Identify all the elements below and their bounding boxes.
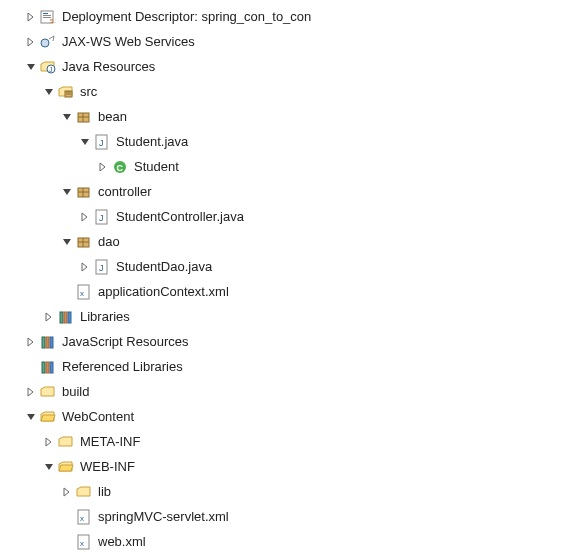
svg-text:5.1: 5.1 [50,18,56,24]
expand-arrow-icon[interactable] [94,158,112,176]
tree-node-web-inf[interactable]: WEB-INF [0,454,575,479]
tree-node-bean[interactable]: bean [0,104,575,129]
node-label: Java Resources [60,58,157,75]
source-folder-icon [58,84,74,100]
tree-node-deployment-descriptor[interactable]: 5.1 Deployment Descriptor: spring_con_to… [0,4,575,29]
tree-node-libraries[interactable]: Libraries [0,304,575,329]
svg-rect-36 [42,362,45,373]
java-resources-icon: J [40,59,56,75]
node-label: Referenced Libraries [60,358,185,375]
tree-node-spring-mvc-servlet-xml[interactable]: x springMVC-servlet.xml [0,504,575,529]
collapse-arrow-icon[interactable] [76,133,94,151]
expand-arrow-icon[interactable] [40,433,58,451]
expand-arrow-icon[interactable] [40,308,58,326]
node-label: bean [96,108,129,125]
svg-rect-1 [43,13,48,14]
folder-icon [58,434,74,450]
node-label: dao [96,233,122,250]
node-label: StudentController.java [114,208,246,225]
svg-rect-38 [50,362,53,373]
folder-icon [40,384,56,400]
svg-text:x: x [80,539,84,548]
collapse-arrow-icon[interactable] [40,83,58,101]
tree-node-src[interactable]: src [0,79,575,104]
node-label: Student.java [114,133,190,150]
tree-node-build[interactable]: build [0,379,575,404]
node-label: web.xml [96,533,148,550]
node-label: build [60,383,91,400]
svg-text:J: J [99,138,104,148]
tree-node-dao[interactable]: dao [0,229,575,254]
node-label: Student [132,158,181,175]
java-file-icon: J [94,259,110,275]
xml-file-icon: x [76,509,92,525]
package-icon [76,234,92,250]
deployment-descriptor-icon: 5.1 [40,9,56,25]
svg-text:J: J [49,66,53,73]
class-icon: C [112,159,128,175]
node-label: META-INF [78,433,142,450]
collapse-arrow-icon[interactable] [58,108,76,126]
expand-arrow-icon[interactable] [58,483,76,501]
svg-rect-37 [46,362,49,373]
node-label: applicationContext.xml [96,283,231,300]
svg-text:J: J [99,213,104,223]
tree-node-student-class[interactable]: C Student [0,154,575,179]
expand-arrow-icon[interactable] [76,258,94,276]
tree-node-java-resources[interactable]: J Java Resources [0,54,575,79]
tree-node-meta-inf[interactable]: META-INF [0,429,575,454]
expand-arrow-icon[interactable] [22,333,40,351]
node-label: WebContent [60,408,136,425]
collapse-arrow-icon[interactable] [58,183,76,201]
svg-rect-30 [60,312,63,323]
expand-arrow-icon[interactable] [22,8,40,26]
tree-node-referenced-libraries[interactable]: Referenced Libraries [0,354,575,379]
svg-rect-34 [46,337,49,348]
xml-file-icon: x [76,534,92,550]
collapse-arrow-icon[interactable] [58,233,76,251]
tree-node-student-dao-java[interactable]: J StudentDao.java [0,254,575,279]
java-file-icon: J [94,134,110,150]
node-label: JAX-WS Web Services [60,33,197,50]
collapse-arrow-icon[interactable] [40,458,58,476]
svg-rect-31 [64,312,67,323]
collapse-arrow-icon[interactable] [22,58,40,76]
tree-node-webcontent[interactable]: WebContent [0,404,575,429]
svg-text:x: x [80,514,84,523]
tree-node-application-context-xml[interactable]: x applicationContext.xml [0,279,575,304]
collapse-arrow-icon[interactable] [22,408,40,426]
svg-rect-32 [68,312,71,323]
tree-node-jaxws[interactable]: JAX-WS Web Services [0,29,575,54]
node-label: WEB-INF [78,458,137,475]
svg-rect-2 [43,15,51,16]
package-icon [76,184,92,200]
library-icon [40,359,56,375]
svg-rect-33 [42,337,45,348]
java-file-icon: J [94,209,110,225]
node-label: src [78,83,99,100]
tree-node-lib[interactable]: lib [0,479,575,504]
folder-icon [76,484,92,500]
tree-node-web-xml[interactable]: x web.xml [0,529,575,552]
expand-arrow-icon[interactable] [22,33,40,51]
library-icon [40,334,56,350]
node-label: lib [96,483,113,500]
library-icon [58,309,74,325]
node-label: Deployment Descriptor: spring_con_to_con [60,8,313,25]
package-icon [76,109,92,125]
xml-file-icon: x [76,284,92,300]
web-services-icon [40,34,56,50]
tree-node-javascript-resources[interactable]: JavaScript Resources [0,329,575,354]
expand-arrow-icon[interactable] [22,383,40,401]
node-label: StudentDao.java [114,258,214,275]
tree-node-student-java[interactable]: J Student.java [0,129,575,154]
tree-node-student-controller-java[interactable]: J StudentController.java [0,204,575,229]
open-folder-icon [58,459,74,475]
svg-text:C: C [117,163,124,173]
node-label: JavaScript Resources [60,333,190,350]
expand-arrow-icon[interactable] [76,208,94,226]
node-label: springMVC-servlet.xml [96,508,231,525]
svg-rect-35 [50,337,53,348]
node-label: Libraries [78,308,132,325]
tree-node-controller[interactable]: controller [0,179,575,204]
